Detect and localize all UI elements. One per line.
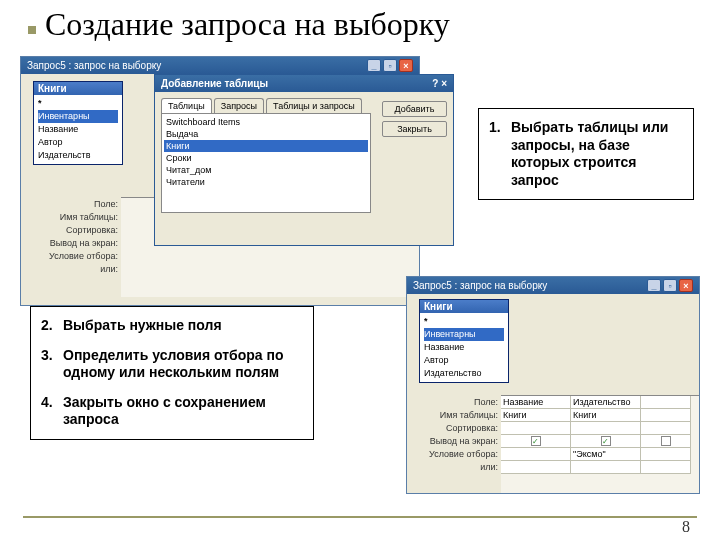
tab-both[interactable]: Таблицы и запросы — [266, 98, 362, 113]
step-text: Определить условия отбора по одному или … — [63, 347, 303, 382]
cell-or[interactable] — [571, 461, 640, 474]
close-icon[interactable]: × — [399, 59, 413, 72]
table-title: Книги — [38, 83, 67, 94]
tab-queries[interactable]: Запросы — [214, 98, 264, 113]
step-number: 4. — [41, 394, 55, 429]
grid-column-empty[interactable] — [641, 396, 691, 474]
field[interactable]: Издательств — [38, 149, 118, 162]
close-icon[interactable]: × — [679, 279, 693, 292]
cell-criteria[interactable] — [501, 448, 570, 461]
help-icon[interactable]: ? — [432, 78, 438, 89]
field[interactable]: Название — [424, 341, 504, 354]
cell-table[interactable]: Книги — [501, 409, 570, 422]
close-button[interactable]: Закрыть — [382, 121, 447, 137]
cell-field[interactable]: Издательство — [571, 396, 640, 409]
add-button[interactable]: Добавить — [382, 101, 447, 117]
list-item[interactable]: Сроки — [164, 152, 368, 164]
grid-column-1[interactable]: Название Книги ✓ — [501, 396, 571, 474]
footer-divider — [23, 516, 697, 518]
dialog-titlebar[interactable]: Добавление таблицы ? × — [155, 75, 453, 92]
minimize-icon[interactable]: _ — [647, 279, 661, 292]
checkbox-icon[interactable]: ✓ — [531, 436, 541, 446]
grid-row-labels: Поле: Имя таблицы: Сортировка: Вывод на … — [429, 396, 501, 474]
title-marker — [28, 26, 36, 34]
list-item[interactable]: Выдача — [164, 128, 368, 140]
grid-row-labels: Поле: Имя таблицы: Сортировка: Вывод на … — [49, 198, 121, 276]
table-fieldlist-books-1[interactable]: Книги * Инвентарны Название Автор Издате… — [33, 81, 123, 165]
cell-sort[interactable] — [501, 422, 570, 435]
cell-show[interactable]: ✓ — [571, 435, 640, 448]
minimize-icon[interactable]: _ — [367, 59, 381, 72]
cell-or[interactable] — [501, 461, 570, 474]
tab-tables[interactable]: Таблицы — [161, 98, 212, 113]
field[interactable]: Инвентарны — [38, 110, 118, 123]
callout-step-1: 1. Выбрать таблицы или запросы, на базе … — [478, 108, 694, 200]
table-list[interactable]: Switchboard Items Выдача Книги Сроки Чит… — [161, 113, 371, 213]
page-number: 8 — [682, 518, 690, 536]
field[interactable]: Издательство — [424, 367, 504, 380]
cell-field[interactable]: Название — [501, 396, 570, 409]
step-text: Закрыть окно с сохранением запроса — [63, 394, 303, 429]
dialog-title: Добавление таблицы — [161, 78, 268, 89]
step-number: 2. — [41, 317, 55, 335]
maximize-icon[interactable]: ▫ — [383, 59, 397, 72]
window-title: Запрос5 : запрос на выборку — [413, 280, 547, 291]
cell-criteria[interactable]: "Эксмо" — [571, 448, 640, 461]
window-titlebar[interactable]: Запрос5 : запрос на выборку _ ▫ × — [407, 277, 699, 294]
checkbox-icon[interactable] — [661, 436, 671, 446]
list-item-selected[interactable]: Книги — [164, 140, 368, 152]
window-titlebar[interactable]: Запрос5 : запрос на выборку _ ▫ × — [21, 57, 419, 74]
callout-steps-2-4: 2. Выбрать нужные поля 3. Определить усл… — [30, 306, 314, 440]
query-window-2: Запрос5 : запрос на выборку _ ▫ × Книги … — [406, 276, 700, 494]
table-fieldlist-books-2[interactable]: Книги * Инвентарны Название Автор Издате… — [419, 299, 509, 383]
step-text: Выбрать таблицы или запросы, на базе кот… — [511, 119, 683, 189]
add-table-dialog[interactable]: Добавление таблицы ? × Таблицы Запросы Т… — [154, 74, 454, 246]
table-title: Книги — [424, 301, 453, 312]
list-item[interactable]: Читатели — [164, 176, 368, 188]
checkbox-icon[interactable]: ✓ — [601, 436, 611, 446]
cell-sort[interactable] — [571, 422, 640, 435]
field-all[interactable]: * — [424, 315, 504, 328]
field-all[interactable]: * — [38, 97, 118, 110]
field[interactable]: Автор — [38, 136, 118, 149]
design-grid-2[interactable]: Поле: Имя таблицы: Сортировка: Вывод на … — [501, 395, 699, 493]
maximize-icon[interactable]: ▫ — [663, 279, 677, 292]
step-number: 3. — [41, 347, 55, 382]
field[interactable]: Название — [38, 123, 118, 136]
step-number: 1. — [489, 119, 503, 189]
field[interactable]: Автор — [424, 354, 504, 367]
cell-table[interactable]: Книги — [571, 409, 640, 422]
step-text: Выбрать нужные поля — [63, 317, 222, 335]
slide-title: Создание запроса на выборку — [45, 6, 450, 43]
window-title: Запрос5 : запрос на выборку — [27, 60, 161, 71]
cell-show[interactable]: ✓ — [501, 435, 570, 448]
field[interactable]: Инвентарны — [424, 328, 504, 341]
list-item[interactable]: Читат_дом — [164, 164, 368, 176]
list-item[interactable]: Switchboard Items — [164, 116, 368, 128]
close-icon[interactable]: × — [441, 78, 447, 89]
grid-column-2[interactable]: Издательство Книги ✓ "Эксмо" — [571, 396, 641, 474]
